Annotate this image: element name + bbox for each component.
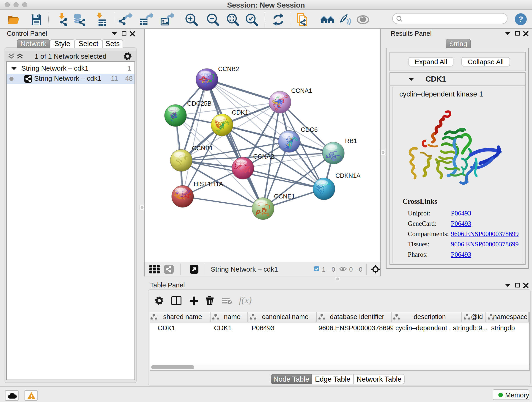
svg-text:CDKN1A: CDKN1A (336, 172, 361, 179)
svg-text:RB1: RB1 (345, 138, 357, 144)
svg-text:CDC25B: CDC25B (187, 100, 212, 107)
svg-text:?: ? (519, 15, 523, 23)
svg-text:CCNB2: CCNB2 (218, 65, 239, 72)
svg-text:CDK1: CDK1 (232, 109, 248, 116)
svg-text:HIST1H1A: HIST1H1A (194, 181, 223, 187)
svg-text:CCNE1: CCNE1 (274, 193, 295, 200)
svg-text:CCNB1: CCNB1 (192, 145, 213, 152)
svg-text:CCNA2: CCNA2 (253, 153, 274, 160)
svg-text:CDC6: CDC6 (301, 126, 318, 133)
svg-text:CCNA1: CCNA1 (291, 87, 312, 94)
